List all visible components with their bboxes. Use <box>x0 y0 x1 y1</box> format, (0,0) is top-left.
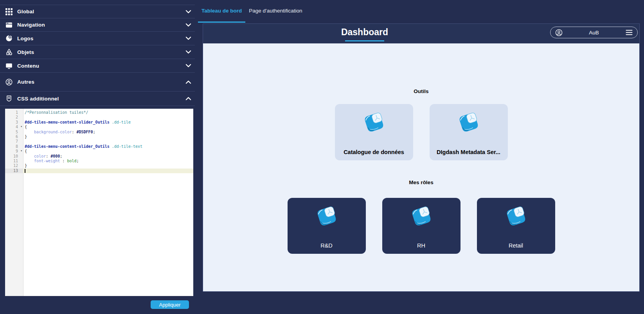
sidebar-item-label: CSS additionnel <box>17 96 59 102</box>
code-text: #dd-tiles-menu-content-slider_Outils .dd… <box>23 144 193 149</box>
fold-arrow-icon[interactable]: ▾ <box>20 149 22 153</box>
code-text: font-weight : bold; <box>23 159 193 163</box>
dashboard-section: Mes rôles R&D RH Retail <box>203 179 639 254</box>
cube-icon <box>361 109 387 135</box>
sidebar-item-autres[interactable]: Autres <box>0 72 195 91</box>
editor-line: 1 /*Personnalisation tuiles*/ <box>5 110 193 115</box>
editor-line: 11 font-weight : bold; <box>5 159 193 163</box>
cube-icon <box>503 203 529 229</box>
editor-line: 8 #dd-tiles-menu-content-slider_Outils .… <box>5 144 193 149</box>
code-text: { <box>23 125 193 129</box>
tile-row: Catalogue de données DIgdash Metadata Se… <box>203 104 639 160</box>
preview-tabs: Tableau de bord Page d'authentification <box>198 0 306 23</box>
user-menu[interactable]: AuB <box>550 27 638 38</box>
tile-label: RH <box>385 242 458 249</box>
sidebar-item-label: Autres <box>17 79 34 85</box>
code-text <box>23 169 193 173</box>
user-badge: AuB <box>563 30 625 36</box>
line-number: 1 <box>5 110 23 115</box>
sidebar-item-objets[interactable]: Objets <box>0 45 195 59</box>
tile-rh[interactable]: RH <box>382 198 461 254</box>
tile-label: Catalogue de données <box>337 149 411 155</box>
line-number: 7 <box>5 139 23 144</box>
editor-line: 3 #dd-tiles-menu-content-slider_Outils .… <box>5 120 193 125</box>
editor-line: 5 background-color: #D5DFF0; <box>5 130 193 135</box>
logo-icon <box>5 34 13 42</box>
editor-line: 2 <box>5 115 193 120</box>
chevron-up-icon <box>185 97 191 100</box>
editor-line: 7 <box>5 139 193 144</box>
customization-sidebar: Global Navigation Logos Objets Contenu A… <box>0 0 195 314</box>
window-icon <box>5 21 13 29</box>
code-text: /*Personnalisation tuiles*/ <box>23 110 193 115</box>
css-code-editor[interactable]: 1 /*Personnalisation tuiles*/ 2 3 #dd-ti… <box>5 109 193 296</box>
chevron-down-icon <box>185 10 191 14</box>
tab-page-d-authentification[interactable]: Page d'authentification <box>245 0 306 23</box>
sidebar-item-label: Navigation <box>17 22 45 28</box>
sidebar-accordion: Global Navigation Logos Objets Contenu A… <box>0 5 195 106</box>
chevron-down-icon <box>185 64 191 68</box>
apply-button[interactable]: Appliquer <box>151 300 189 309</box>
dashboard-header: Dashboard AuB <box>203 24 639 43</box>
tab-tableau-de-bord[interactable]: Tableau de bord <box>198 0 245 23</box>
editor-line: 10 color: #000; <box>5 154 193 159</box>
text-cursor <box>25 169 25 173</box>
hamburger-menu-icon[interactable] <box>625 29 633 36</box>
tile-digdash-metadata-ser[interactable]: DIgdash Metadata Ser... <box>430 104 508 160</box>
page-title: Dashboard <box>341 27 388 38</box>
line-number: 5 <box>5 130 23 135</box>
tile-label: Retail <box>479 242 553 249</box>
code-text: { <box>23 149 193 154</box>
chevron-up-icon <box>185 80 191 84</box>
divider <box>0 106 195 106</box>
sidebar-item-label: Contenu <box>17 63 39 69</box>
code-text: color: #000; <box>23 154 193 159</box>
fold-arrow-icon[interactable]: ▾ <box>20 124 22 129</box>
section-title-mes-roles: Mes rôles <box>203 179 639 185</box>
cube-icon <box>314 203 340 229</box>
line-number: 13 <box>5 169 23 173</box>
person-icon <box>5 78 13 86</box>
tile-row: R&D RH Retail <box>203 198 639 254</box>
sidebar-item-logos[interactable]: Logos <box>0 31 195 45</box>
line-number: 4▾ <box>5 125 23 129</box>
tile-r-d[interactable]: R&D <box>288 198 366 254</box>
screen-icon <box>5 62 13 70</box>
editor-line: 13 <box>5 169 193 173</box>
line-number: 12 <box>5 163 23 168</box>
sidebar-item-contenu[interactable]: Contenu <box>0 59 195 72</box>
line-number: 11 <box>5 159 23 163</box>
chevron-down-icon <box>185 50 191 54</box>
sidebar-item-label: Logos <box>17 36 34 41</box>
shapes-icon <box>5 48 13 56</box>
editor-line: 12 } <box>5 163 193 168</box>
tile-catalogue-de-donnees[interactable]: Catalogue de données <box>335 104 413 160</box>
chevron-down-icon <box>185 36 191 40</box>
tab-label: Page d'authentification <box>249 8 302 14</box>
sidebar-item-css-additionnel[interactable]: CSS additionnel <box>0 91 195 106</box>
code-text: background-color: #D5DFF0; <box>23 130 193 135</box>
cube-icon <box>408 203 434 229</box>
dashboard-section: Outils Catalogue de données DIgdash Meta… <box>203 88 639 160</box>
chevron-down-icon <box>185 23 191 27</box>
line-number: 2 <box>5 115 23 120</box>
code-text: } <box>23 163 193 168</box>
sidebar-item-global[interactable]: Global <box>0 5 195 18</box>
cube-icon <box>456 109 482 135</box>
dashboard-content: Outils Catalogue de données DIgdash Meta… <box>203 43 639 291</box>
dashboard-preview-panel: Dashboard AuB Outils Catalogue de donnée… <box>203 23 640 292</box>
tile-retail[interactable]: Retail <box>477 198 555 254</box>
code-text <box>23 139 193 144</box>
title-underline <box>345 40 384 41</box>
css-icon <box>5 95 13 102</box>
preview-area: Tableau de bord Page d'authentification … <box>195 0 644 314</box>
sidebar-item-navigation[interactable]: Navigation <box>0 18 195 31</box>
code-text <box>23 115 193 120</box>
code-text: } <box>23 135 193 139</box>
line-number: 10 <box>5 154 23 159</box>
editor-line: 6 } <box>5 135 193 139</box>
tile-label: R&D <box>290 242 363 249</box>
section-title-outils: Outils <box>203 88 639 94</box>
grid-icon <box>5 8 13 16</box>
line-number: 6 <box>5 135 23 139</box>
